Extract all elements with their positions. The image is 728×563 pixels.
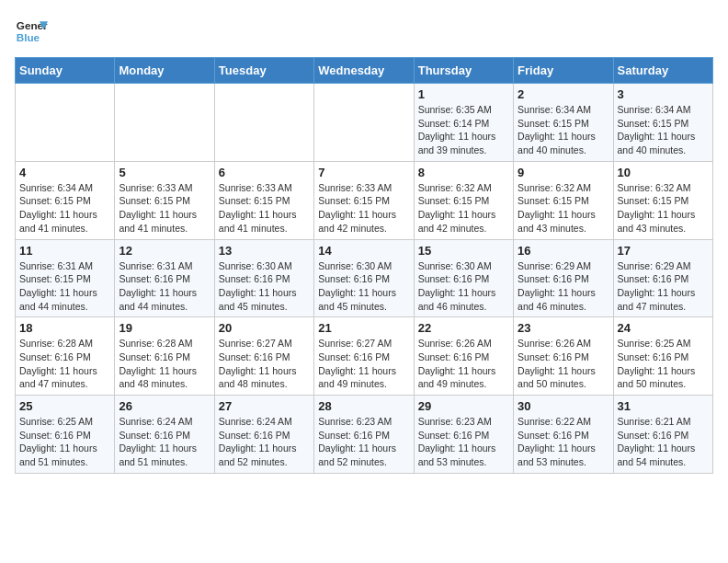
day-cell: 27Sunrise: 6:24 AMSunset: 6:16 PMDayligh… [214, 396, 313, 474]
day-number: 27 [219, 399, 310, 413]
day-info: Sunrise: 6:25 AMSunset: 6:16 PMDaylight:… [618, 337, 709, 391]
day-info: Sunrise: 6:33 AMSunset: 6:15 PMDaylight:… [119, 181, 210, 236]
day-cell: 5Sunrise: 6:33 AMSunset: 6:15 PMDaylight… [115, 161, 214, 239]
day-info: Sunrise: 6:29 AMSunset: 6:16 PMDaylight:… [618, 259, 709, 314]
day-cell: 18Sunrise: 6:28 AMSunset: 6:16 PMDayligh… [16, 317, 115, 396]
day-cell: 13Sunrise: 6:30 AMSunset: 6:16 PMDayligh… [214, 239, 313, 317]
header-cell-sunday: Sunday [16, 58, 115, 84]
header-cell-saturday: Saturday [613, 58, 712, 84]
day-number: 4 [19, 166, 110, 179]
day-number: 15 [418, 244, 509, 258]
day-cell: 10Sunrise: 6:32 AMSunset: 6:15 PMDayligh… [613, 161, 712, 239]
day-number: 6 [219, 166, 310, 179]
day-info: Sunrise: 6:29 AMSunset: 6:16 PMDaylight:… [518, 259, 609, 314]
day-number: 21 [318, 321, 409, 335]
day-info: Sunrise: 6:23 AMSunset: 6:16 PMDaylight:… [418, 415, 509, 469]
header-cell-monday: Monday [115, 58, 214, 84]
day-info: Sunrise: 6:32 AMSunset: 6:15 PMDaylight:… [518, 181, 609, 236]
day-number: 25 [19, 399, 110, 413]
day-number: 24 [618, 321, 709, 335]
week-row-2: 11Sunrise: 6:31 AMSunset: 6:15 PMDayligh… [16, 239, 713, 317]
day-number: 23 [518, 321, 609, 335]
calendar-table: SundayMondayTuesdayWednesdayThursdayFrid… [15, 57, 713, 474]
week-row-1: 4Sunrise: 6:34 AMSunset: 6:15 PMDaylight… [16, 161, 713, 239]
day-number: 7 [318, 166, 409, 179]
day-cell: 1Sunrise: 6:35 AMSunset: 6:14 PMDaylight… [414, 84, 513, 162]
day-number: 8 [418, 166, 509, 179]
day-cell: 28Sunrise: 6:23 AMSunset: 6:16 PMDayligh… [314, 396, 414, 474]
day-cell: 25Sunrise: 6:25 AMSunset: 6:16 PMDayligh… [16, 396, 115, 474]
day-cell: 15Sunrise: 6:30 AMSunset: 6:16 PMDayligh… [414, 239, 513, 317]
day-cell: 9Sunrise: 6:32 AMSunset: 6:15 PMDaylight… [514, 161, 613, 239]
day-info: Sunrise: 6:26 AMSunset: 6:16 PMDaylight:… [418, 337, 509, 391]
day-cell: 30Sunrise: 6:22 AMSunset: 6:16 PMDayligh… [514, 396, 613, 474]
day-cell [115, 84, 214, 162]
day-cell: 23Sunrise: 6:26 AMSunset: 6:16 PMDayligh… [514, 317, 613, 396]
calendar-body: 1Sunrise: 6:35 AMSunset: 6:14 PMDaylight… [16, 84, 713, 474]
day-cell: 17Sunrise: 6:29 AMSunset: 6:16 PMDayligh… [613, 239, 712, 317]
logo-icon: General Blue [15, 15, 48, 48]
day-number: 29 [418, 399, 509, 413]
day-info: Sunrise: 6:31 AMSunset: 6:15 PMDaylight:… [19, 259, 110, 314]
day-info: Sunrise: 6:28 AMSunset: 6:16 PMDaylight:… [119, 337, 210, 391]
day-number: 28 [318, 399, 409, 413]
logo: General Blue [15, 15, 26, 48]
day-number: 13 [219, 244, 310, 258]
day-number: 19 [119, 321, 210, 335]
day-cell: 26Sunrise: 6:24 AMSunset: 6:16 PMDayligh… [115, 396, 214, 474]
page-header: General Blue [15, 15, 713, 48]
day-info: Sunrise: 6:25 AMSunset: 6:16 PMDaylight:… [19, 415, 110, 469]
day-info: Sunrise: 6:23 AMSunset: 6:16 PMDaylight:… [318, 415, 409, 469]
header-cell-thursday: Thursday [414, 58, 513, 84]
day-number: 10 [618, 166, 709, 179]
day-number: 12 [119, 244, 210, 258]
day-cell: 19Sunrise: 6:28 AMSunset: 6:16 PMDayligh… [115, 317, 214, 396]
day-number: 30 [518, 399, 609, 413]
day-info: Sunrise: 6:30 AMSunset: 6:16 PMDaylight:… [318, 259, 409, 314]
day-info: Sunrise: 6:30 AMSunset: 6:16 PMDaylight:… [219, 259, 310, 314]
day-info: Sunrise: 6:34 AMSunset: 6:15 PMDaylight:… [518, 103, 609, 157]
day-info: Sunrise: 6:24 AMSunset: 6:16 PMDaylight:… [119, 415, 210, 469]
day-cell: 7Sunrise: 6:33 AMSunset: 6:15 PMDaylight… [314, 161, 414, 239]
svg-text:Blue: Blue [17, 31, 40, 43]
day-cell [16, 84, 115, 162]
day-number: 2 [518, 87, 609, 101]
day-cell: 20Sunrise: 6:27 AMSunset: 6:16 PMDayligh… [214, 317, 313, 396]
day-info: Sunrise: 6:28 AMSunset: 6:16 PMDaylight:… [19, 337, 110, 391]
header-cell-wednesday: Wednesday [314, 58, 414, 84]
day-info: Sunrise: 6:27 AMSunset: 6:16 PMDaylight:… [318, 337, 409, 391]
day-cell: 21Sunrise: 6:27 AMSunset: 6:16 PMDayligh… [314, 317, 414, 396]
week-row-0: 1Sunrise: 6:35 AMSunset: 6:14 PMDaylight… [16, 84, 713, 162]
day-info: Sunrise: 6:35 AMSunset: 6:14 PMDaylight:… [418, 103, 509, 157]
day-info: Sunrise: 6:32 AMSunset: 6:15 PMDaylight:… [618, 181, 709, 236]
day-number: 31 [618, 399, 709, 413]
header-row: SundayMondayTuesdayWednesdayThursdayFrid… [16, 58, 713, 84]
day-cell: 14Sunrise: 6:30 AMSunset: 6:16 PMDayligh… [314, 239, 414, 317]
day-info: Sunrise: 6:24 AMSunset: 6:16 PMDaylight:… [219, 415, 310, 469]
day-number: 18 [19, 321, 110, 335]
day-number: 16 [518, 244, 609, 258]
day-cell: 11Sunrise: 6:31 AMSunset: 6:15 PMDayligh… [16, 239, 115, 317]
day-info: Sunrise: 6:27 AMSunset: 6:16 PMDaylight:… [219, 337, 310, 391]
day-info: Sunrise: 6:30 AMSunset: 6:16 PMDaylight:… [418, 259, 509, 314]
day-cell: 16Sunrise: 6:29 AMSunset: 6:16 PMDayligh… [514, 239, 613, 317]
week-row-4: 25Sunrise: 6:25 AMSunset: 6:16 PMDayligh… [16, 396, 713, 474]
day-number: 5 [119, 166, 210, 179]
week-row-3: 18Sunrise: 6:28 AMSunset: 6:16 PMDayligh… [16, 317, 713, 396]
day-info: Sunrise: 6:31 AMSunset: 6:16 PMDaylight:… [119, 259, 210, 314]
day-info: Sunrise: 6:33 AMSunset: 6:15 PMDaylight:… [318, 181, 409, 236]
day-cell: 8Sunrise: 6:32 AMSunset: 6:15 PMDaylight… [414, 161, 513, 239]
day-number: 3 [618, 87, 709, 101]
day-number: 26 [119, 399, 210, 413]
day-info: Sunrise: 6:34 AMSunset: 6:15 PMDaylight:… [19, 181, 110, 236]
day-cell: 12Sunrise: 6:31 AMSunset: 6:16 PMDayligh… [115, 239, 214, 317]
day-number: 1 [418, 87, 509, 101]
day-number: 9 [518, 166, 609, 179]
day-cell: 24Sunrise: 6:25 AMSunset: 6:16 PMDayligh… [613, 317, 712, 396]
day-cell: 6Sunrise: 6:33 AMSunset: 6:15 PMDaylight… [214, 161, 313, 239]
day-number: 20 [219, 321, 310, 335]
day-info: Sunrise: 6:34 AMSunset: 6:15 PMDaylight:… [618, 103, 709, 157]
day-cell: 4Sunrise: 6:34 AMSunset: 6:15 PMDaylight… [16, 161, 115, 239]
day-cell [314, 84, 414, 162]
day-number: 11 [19, 244, 110, 258]
